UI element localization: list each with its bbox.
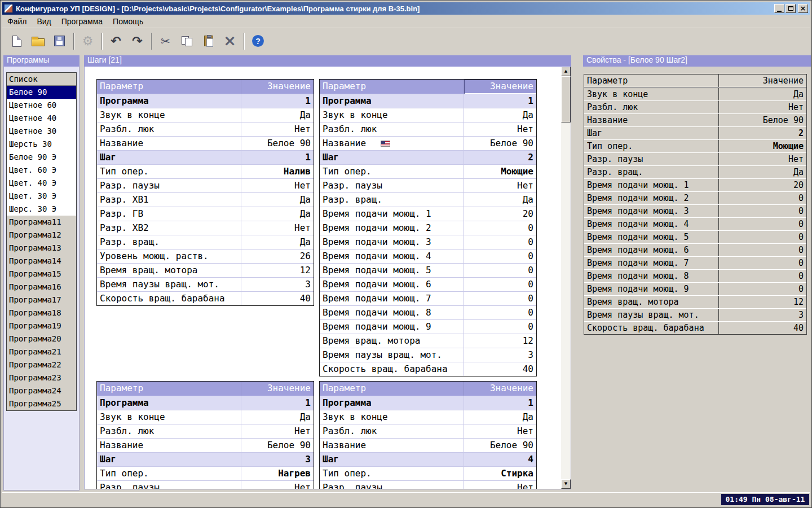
property-row[interactable]: Скорость вращ. барабана40 bbox=[584, 321, 806, 334]
list-item[interactable]: Цвет. 60 Э bbox=[7, 164, 76, 177]
table-row[interactable]: Время подачи моющ. 20 bbox=[320, 221, 536, 235]
column-header-value[interactable]: Значение bbox=[464, 80, 536, 94]
list-item[interactable]: Белое 90 Э bbox=[7, 151, 76, 164]
paste-button[interactable] bbox=[198, 30, 219, 51]
save-button[interactable] bbox=[49, 30, 70, 51]
property-row[interactable]: Время подачи моющ. 50 bbox=[584, 230, 806, 243]
table-row[interactable]: Разбл. люкНет bbox=[320, 122, 536, 136]
list-item[interactable]: Цветное 60 bbox=[7, 99, 76, 112]
property-row[interactable]: НазваниеБелое 90 bbox=[584, 113, 806, 126]
table-row[interactable]: Разр. ХВ2Нет bbox=[97, 221, 314, 235]
undo-button[interactable] bbox=[105, 30, 126, 51]
list-item[interactable]: Программа14 bbox=[7, 255, 76, 268]
menu-item-view[interactable]: Вид bbox=[32, 15, 56, 28]
table-row[interactable]: Тип опер.Моющие bbox=[320, 164, 536, 178]
redo-button[interactable] bbox=[127, 30, 148, 51]
property-row[interactable]: Время подачи моющ. 60 bbox=[584, 243, 806, 256]
table-row[interactable]: Звук в концеДа bbox=[97, 108, 314, 122]
open-button[interactable] bbox=[28, 30, 48, 51]
table-row[interactable]: Время подачи моющ. 80 bbox=[320, 305, 536, 319]
table-row[interactable]: Звук в концеДа bbox=[97, 410, 314, 424]
table-row[interactable]: Время подачи моющ. 120 bbox=[320, 207, 536, 221]
property-row[interactable]: Время подачи моющ. 70 bbox=[584, 256, 806, 269]
list-item[interactable]: Программа15 bbox=[7, 268, 76, 281]
table-row[interactable]: Время подачи моющ. 90 bbox=[320, 319, 536, 334]
menu-item-help[interactable]: Помощь bbox=[108, 15, 148, 28]
table-row[interactable]: Тип опер.Налив bbox=[97, 164, 314, 178]
property-row[interactable]: Время подачи моющ. 90 bbox=[584, 282, 806, 295]
list-item[interactable]: Программа12 bbox=[7, 229, 76, 242]
property-row[interactable]: Разр. паузыНет bbox=[584, 152, 806, 165]
copy-button[interactable] bbox=[176, 30, 197, 51]
table-row[interactable]: Разбл. люкНет bbox=[97, 424, 314, 438]
list-item[interactable]: Программа20 bbox=[7, 332, 76, 345]
list-item[interactable]: Программа24 bbox=[7, 384, 76, 397]
list-item[interactable]: Программа18 bbox=[7, 306, 76, 319]
list-item[interactable]: Цвет. 30 Э bbox=[7, 190, 76, 203]
table-row[interactable]: НазваниеБелое 90 bbox=[320, 438, 536, 452]
table-row[interactable]: НазваниеБелое 90 bbox=[97, 438, 314, 452]
table-row[interactable]: Уровень моющ. раств.26 bbox=[97, 249, 314, 263]
close-button[interactable]: × bbox=[798, 4, 808, 13]
table-row[interactable]: НазваниеБелое 90 bbox=[97, 136, 314, 150]
scrollbar-up-button[interactable]: ▲ bbox=[561, 67, 571, 76]
new-button[interactable] bbox=[6, 30, 27, 51]
table-row[interactable]: Шаг4 bbox=[320, 452, 536, 466]
table-row[interactable]: Разр. ГВДа bbox=[97, 207, 314, 221]
property-row[interactable]: Время подачи моющ. 40 bbox=[584, 217, 806, 230]
property-row[interactable]: Время вращ. мотора12 bbox=[584, 295, 806, 308]
table-row[interactable]: Тип опер.Стирка bbox=[320, 466, 536, 480]
property-row[interactable]: Разр. вращ.Да bbox=[584, 165, 806, 178]
table-row[interactable]: Разр. паузыНет bbox=[97, 480, 314, 489]
table-row[interactable]: Разр. вращ.Да bbox=[97, 235, 314, 249]
menu-item-program[interactable]: Программа bbox=[56, 15, 108, 28]
list-item[interactable]: Программа22 bbox=[7, 358, 76, 371]
list-item[interactable]: Программа13 bbox=[7, 242, 76, 255]
cut-button[interactable] bbox=[155, 30, 176, 51]
table-row[interactable]: Программа1 bbox=[320, 94, 536, 108]
table-row[interactable]: Скорость вращ. барабана40 bbox=[97, 291, 314, 305]
scrollbar-thumb[interactable] bbox=[561, 76, 571, 122]
help-button[interactable] bbox=[248, 30, 268, 51]
list-item[interactable]: Программа23 bbox=[7, 371, 76, 384]
list-item[interactable]: Шерс. 30 Э bbox=[7, 203, 76, 216]
table-row[interactable]: Тип опер.Нагрев bbox=[97, 466, 314, 480]
table-row[interactable]: Время подачи моющ. 60 bbox=[320, 277, 536, 291]
table-row[interactable]: Программа1 bbox=[97, 396, 314, 410]
table-row[interactable]: Время подачи моющ. 50 bbox=[320, 263, 536, 277]
property-row[interactable]: Время подачи моющ. 20 bbox=[584, 191, 806, 204]
list-item[interactable]: Программа21 bbox=[7, 345, 76, 358]
table-row[interactable]: Разр. ХВ1Да bbox=[97, 192, 314, 207]
table-row[interactable]: Время вращ. мотора12 bbox=[97, 263, 314, 277]
table-row[interactable]: Шаг1 bbox=[97, 150, 314, 164]
table-row[interactable]: Время паузы вращ. мот.3 bbox=[97, 277, 314, 291]
menu-item-file[interactable]: Файл bbox=[2, 15, 32, 28]
table-row[interactable]: Шаг2 bbox=[320, 150, 536, 164]
property-row[interactable]: Звук в концеДа bbox=[584, 87, 806, 100]
table-row[interactable]: Звук в концеДа bbox=[320, 410, 536, 424]
restore-button[interactable] bbox=[785, 4, 796, 13]
table-row[interactable]: Разр. паузыНет bbox=[320, 480, 536, 489]
table-row[interactable]: Время подачи моющ. 40 bbox=[320, 249, 536, 263]
list-item[interactable]: Цветное 30 bbox=[7, 125, 76, 138]
property-row[interactable]: Время подачи моющ. 30 bbox=[584, 204, 806, 217]
table-row[interactable]: Разр. паузыНет bbox=[320, 178, 536, 192]
list-item[interactable]: Программа19 bbox=[7, 319, 76, 332]
list-item[interactable]: Программа11 bbox=[7, 216, 76, 229]
minimize-button[interactable] bbox=[774, 4, 784, 13]
table-row[interactable]: Разбл. люкНет bbox=[320, 424, 536, 438]
property-row[interactable]: Шаг2 bbox=[584, 126, 806, 139]
table-row[interactable]: Шаг3 bbox=[97, 452, 314, 466]
scrollbar-down-button[interactable]: ▼ bbox=[561, 479, 571, 489]
property-row[interactable]: Время паузы вращ. мот.3 bbox=[584, 308, 806, 321]
list-item[interactable]: Цвет. 40 Э bbox=[7, 177, 76, 190]
table-row[interactable]: Звук в концеДа bbox=[320, 108, 536, 122]
table-row[interactable]: Программа1 bbox=[97, 94, 314, 108]
table-row[interactable]: Скорость вращ. барабана40 bbox=[320, 362, 536, 376]
table-row[interactable]: Время вращ. мотора12 bbox=[320, 334, 536, 348]
table-row[interactable]: Разр. вращ.Да bbox=[320, 192, 536, 207]
table-row[interactable]: Программа1 bbox=[320, 396, 536, 410]
list-item[interactable]: Программа25 bbox=[7, 397, 76, 410]
table-row[interactable]: НазваниеБелое 90 bbox=[320, 136, 536, 150]
table-row[interactable]: Время подачи моющ. 70 bbox=[320, 291, 536, 305]
